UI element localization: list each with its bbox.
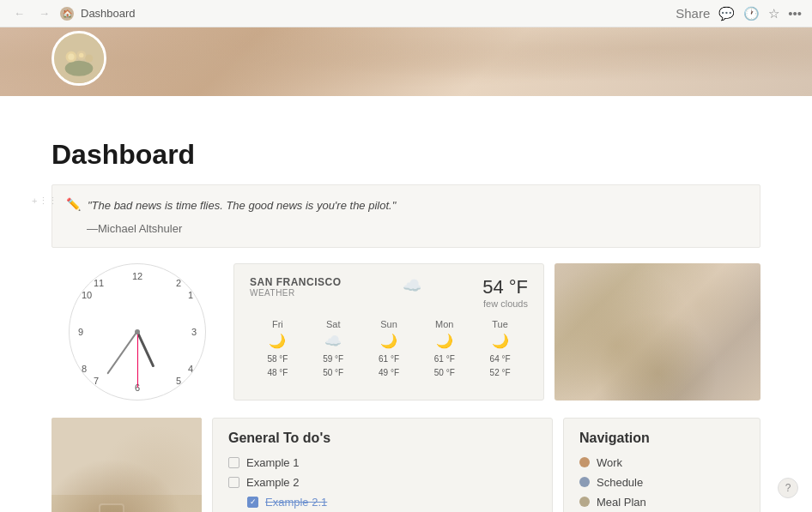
pencil-icon: ✏️ (66, 197, 81, 211)
weather-day-sun: Sun 🌙 61 °F49 °F (379, 319, 399, 380)
day-icon-mon: 🌙 (434, 333, 455, 349)
todo-block: General To do's Example 1 Example 2 Exam… (212, 418, 553, 513)
comment-icon[interactable]: 💬 (718, 6, 735, 21)
clock-num-9: 9 (78, 327, 83, 337)
weather-temp: 54 °F (482, 276, 528, 298)
nav-block-title: Navigation (579, 431, 744, 446)
more-icon[interactable]: ••• (788, 6, 802, 21)
checkbox-2-1[interactable] (247, 497, 258, 508)
svg-rect-11 (100, 505, 123, 513)
clock-num-11: 11 (94, 278, 104, 288)
nav-label-work: Work (597, 456, 622, 469)
checkbox-1[interactable] (228, 457, 239, 468)
top-bar-left: ← → 🏠 Dashboard (10, 5, 136, 21)
day-icon-sun: 🌙 (379, 333, 399, 349)
day-name-tue: Tue (490, 319, 511, 329)
svg-point-1 (65, 61, 94, 76)
avatar (52, 31, 106, 86)
clock-num-3: 3 (191, 327, 197, 337)
page-title: Dashboard (52, 139, 760, 171)
weather-desc: few clouds (482, 298, 528, 309)
todo-text-2-1: Example 2.1 (265, 496, 327, 509)
bottom-row: General To do's Example 1 Example 2 Exam… (52, 418, 760, 513)
clock-num-8: 8 (82, 364, 87, 374)
weather-widget: SAN FRANCISCO WEATHER ☁️ 54 °F few cloud… (233, 263, 544, 401)
page-icon: 🏠 (60, 7, 74, 21)
forward-button[interactable]: → (35, 5, 53, 21)
svg-rect-10 (99, 503, 124, 513)
weather-cloud-icon: ☁️ (403, 276, 421, 295)
hour-hand (136, 331, 155, 367)
quote-icon-row: ✏️ "The bad news is time flies. The good… (66, 197, 746, 214)
clock-icon[interactable]: 🕐 (743, 6, 760, 21)
weather-current: 54 °F few clouds (482, 276, 528, 309)
weather-day-fri: Fri 🌙 58 °F48 °F (267, 319, 288, 380)
day-name-sun: Sun (379, 319, 399, 329)
day-name-sat: Sat (323, 319, 343, 329)
nav-dot-schedule (579, 477, 590, 487)
svg-point-6 (85, 54, 93, 62)
todo-text-2: Example 2 (246, 476, 299, 489)
nav-dot-work (579, 457, 590, 467)
nav-label-schedule: Schedule (597, 476, 643, 489)
day-icon-tue: 🌙 (490, 333, 511, 349)
day-temps-tue: 64 °F52 °F (490, 352, 511, 380)
top-bar-right: Share 💬 🕐 ☆ ••• (676, 6, 802, 21)
quote-block: + ⋮⋮ ✏️ "The bad news is time flies. The… (52, 184, 760, 248)
day-name-mon: Mon (434, 319, 455, 329)
todo-item-2-1: Example 2.1 (247, 496, 536, 509)
banner-photo (554, 263, 760, 401)
weather-day-tue: Tue 🌙 64 °F52 °F (490, 319, 511, 380)
avatar-container (52, 31, 106, 86)
add-icon[interactable]: + (32, 196, 37, 207)
top-bar: ← → 🏠 Dashboard Share 💬 🕐 ☆ ••• (0, 0, 812, 27)
todo-text-1: Example 1 (246, 456, 299, 469)
nav-item-work[interactable]: Work (579, 456, 744, 469)
food-photo (52, 418, 202, 513)
day-temps-sun: 61 °F49 °F (379, 352, 399, 380)
breadcrumb-title: Dashboard (81, 7, 136, 20)
weather-location: SAN FRANCISCO (250, 276, 342, 288)
clock-num-1: 1 (188, 290, 193, 300)
nav-block: Navigation Work Schedule Meal Plan Budge… (563, 418, 760, 513)
day-temps-mon: 61 °F50 °F (434, 352, 455, 380)
svg-rect-14 (52, 418, 202, 495)
clock-num-7: 7 (94, 376, 99, 386)
clock-face: 12 3 6 9 2 11 1 4 5 7 8 10 (69, 263, 206, 401)
clock-num-12: 12 (132, 271, 142, 281)
weather-day-mon: Mon 🌙 61 °F50 °F (434, 319, 455, 380)
star-icon[interactable]: ☆ (768, 6, 779, 21)
quote-author: —Michael Altshuler (87, 222, 182, 235)
svg-point-3 (68, 54, 74, 60)
banner-texture (0, 27, 812, 96)
drag-icon[interactable]: ⋮⋮ (39, 196, 58, 207)
second-hand (137, 332, 138, 388)
clock-num-2: 2 (176, 278, 181, 288)
svg-rect-7 (52, 418, 202, 513)
widgets-row: 12 3 6 9 2 11 1 4 5 7 8 10 (52, 263, 760, 401)
day-icon-fri: 🌙 (267, 333, 288, 349)
help-button[interactable]: ? (778, 478, 798, 498)
weather-header: SAN FRANCISCO WEATHER ☁️ 54 °F few cloud… (250, 276, 528, 309)
svg-point-5 (79, 53, 83, 57)
todo-item-1: Example 1 (228, 456, 536, 469)
clock-num-5: 5 (176, 376, 181, 386)
quote-text: "The bad news is time flies. The good ne… (88, 197, 396, 214)
weather-day-sat: Sat ☁️ 59 °F50 °F (323, 319, 343, 380)
weather-location-block: SAN FRANCISCO WEATHER (250, 276, 342, 298)
clock-num-10: 10 (82, 290, 92, 300)
nav-item-meal-plan[interactable]: Meal Plan (579, 496, 744, 509)
checkbox-2[interactable] (228, 477, 239, 488)
clock-widget: 12 3 6 9 2 11 1 4 5 7 8 10 (52, 263, 223, 401)
day-temps-fri: 58 °F48 °F (267, 352, 288, 380)
nav-dot-meal-plan (579, 497, 590, 507)
nav-item-schedule[interactable]: Schedule (579, 476, 744, 489)
day-temps-sat: 59 °F50 °F (323, 352, 343, 380)
nav-label-meal-plan: Meal Plan (597, 496, 646, 509)
share-button[interactable]: Share (676, 6, 710, 21)
clock-num-4: 4 (188, 364, 193, 374)
main-content: Dashboard + ⋮⋮ ✏️ "The bad news is time … (0, 139, 812, 512)
back-button[interactable]: ← (10, 5, 28, 21)
todo-title: General To do's (228, 431, 536, 446)
minute-hand (107, 331, 138, 374)
